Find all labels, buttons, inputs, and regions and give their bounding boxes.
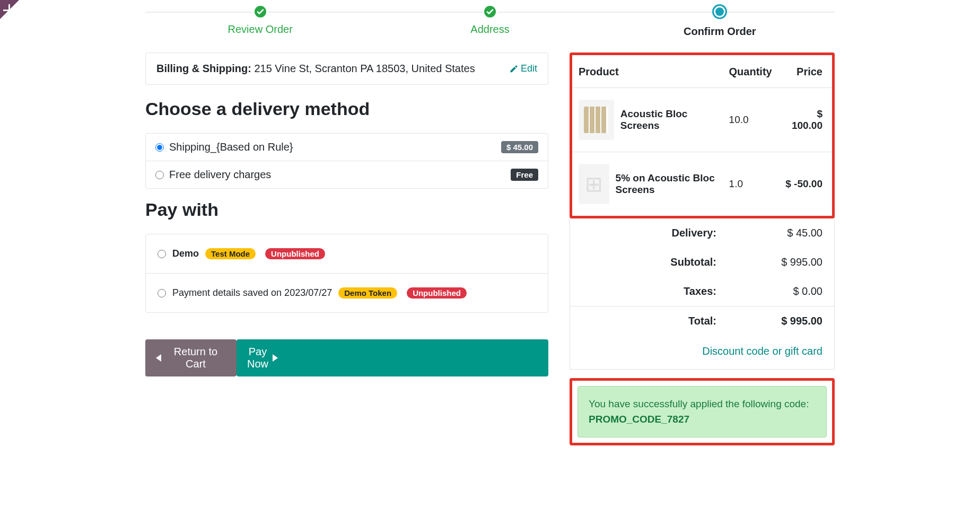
delivery-option-free[interactable]: Free delivery charges Free [146,161,548,188]
payment-option-saved[interactable]: Payment details saved on 2023/07/27 Demo… [146,274,548,312]
button-label: Pay Now [247,346,268,370]
totals-line: Subtotal: $ 995.00 [570,248,834,277]
order-totals: Delivery: $ 45.00 Subtotal: $ 995.00 Tax… [570,218,835,370]
delivery-price-badge: Free [511,169,538,181]
button-label: Return to Cart [165,346,226,370]
product-qty: 1.0 [723,152,778,216]
totals-label: Taxes: [653,285,716,297]
pencil-icon [509,65,518,73]
step-review[interactable]: Review Order [145,4,375,38]
chevron-right-icon [273,354,538,362]
checkout-actions: Return to Cart Pay Now [145,339,548,376]
product-thumb-icon [579,164,609,204]
product-thumb-icon [579,100,614,140]
pay-heading: Pay with [145,199,548,220]
test-mode-pill: Test Mode [205,248,256,259]
check-icon [483,4,497,19]
return-to-cart-button[interactable]: Return to Cart [145,339,237,376]
col-product: Product [572,55,723,88]
billing-address: 215 Vine St, Scranton PA 18503, United S… [254,63,475,74]
checkout-progress: Review Order Address Confirm Order [145,0,835,38]
product-name: Acoustic Bloc Screens [620,108,716,132]
unpublished-pill: Unpublished [407,287,467,299]
check-icon [253,4,268,19]
table-row: 5% on Acoustic Bloc Screens 1.0 $ -50.00 [572,152,832,216]
step-label: Address [375,23,605,36]
totals-value: $ 995.00 [764,256,822,268]
payment-options: Demo Test Mode Unpublished Payment detai… [145,234,548,313]
billing-shipping-text: Billing & Shipping: 215 Vine St, Scranto… [156,63,475,75]
chevron-left-icon [156,354,161,362]
step-confirm[interactable]: Confirm Order [605,4,835,38]
app-corner-badge [0,0,19,19]
totals-label: Delivery: [653,227,716,239]
step-label: Confirm Order [605,25,835,38]
col-quantity: Quantity [723,55,778,88]
delivery-radio[interactable] [155,171,164,179]
delivery-heading: Choose a delivery method [145,99,548,119]
delivery-price-badge: $ 45.00 [501,141,538,153]
totals-label: Total: [653,315,716,327]
delivery-radio[interactable] [155,143,164,152]
product-price: $ -50.00 [778,152,832,216]
payment-radio[interactable] [158,250,166,258]
step-address[interactable]: Address [375,4,605,38]
unpublished-pill: Unpublished [265,248,325,259]
order-items-table: Product Quantity Price Acoustic Bloc Scr… [572,55,832,216]
demo-token-pill: Demo Token [338,287,397,299]
order-summary-highlight: Product Quantity Price Acoustic Bloc Scr… [570,52,835,218]
edit-address-link[interactable]: Edit [509,63,537,74]
totals-value: $ 995.00 [764,315,822,327]
promo-code: PROMO_CODE_7827 [589,414,689,425]
promo-alert: You have successfully applied the follow… [578,386,827,437]
delivery-option-label: Free delivery charges [169,169,271,181]
totals-line-total: Total: $ 995.00 [570,306,834,336]
totals-line: Taxes: $ 0.00 [570,277,834,306]
discount-row: Discount code or gift card [570,336,834,369]
delivery-options: Shipping_{Based on Rule} $ 45.00 Free de… [145,133,548,189]
col-price: Price [778,55,832,88]
totals-line: Delivery: $ 45.00 [570,218,834,248]
pay-now-button[interactable]: Pay Now [237,339,548,376]
payment-radio[interactable] [158,289,166,297]
edit-text: Edit [521,63,537,74]
payment-option-label: Payment details saved on 2023/07/27 [172,287,332,299]
totals-label: Subtotal: [653,256,716,268]
table-row: Acoustic Bloc Screens 10.0 $ 100.00 [572,88,832,152]
step-label: Review Order [145,23,375,36]
payment-option-demo[interactable]: Demo Test Mode Unpublished [146,234,548,274]
billing-shipping-card: Billing & Shipping: 215 Vine St, Scranto… [145,52,548,85]
totals-value: $ 0.00 [764,285,822,297]
discount-code-link[interactable]: Discount code or gift card [702,345,822,357]
promo-message: You have successfully applied the follow… [589,398,809,409]
product-name: 5% on Acoustic Bloc Screens [616,172,716,196]
delivery-option-label: Shipping_{Based on Rule} [169,141,293,153]
payment-option-label: Demo [172,248,199,259]
totals-value: $ 45.00 [764,227,822,239]
billing-label: Billing & Shipping: [156,63,251,74]
delivery-option-rule[interactable]: Shipping_{Based on Rule} $ 45.00 [146,134,548,161]
product-price: $ 100.00 [778,88,832,152]
promo-applied-highlight: You have successfully applied the follow… [570,378,835,445]
dot-icon [712,4,727,19]
product-qty: 10.0 [723,88,778,152]
